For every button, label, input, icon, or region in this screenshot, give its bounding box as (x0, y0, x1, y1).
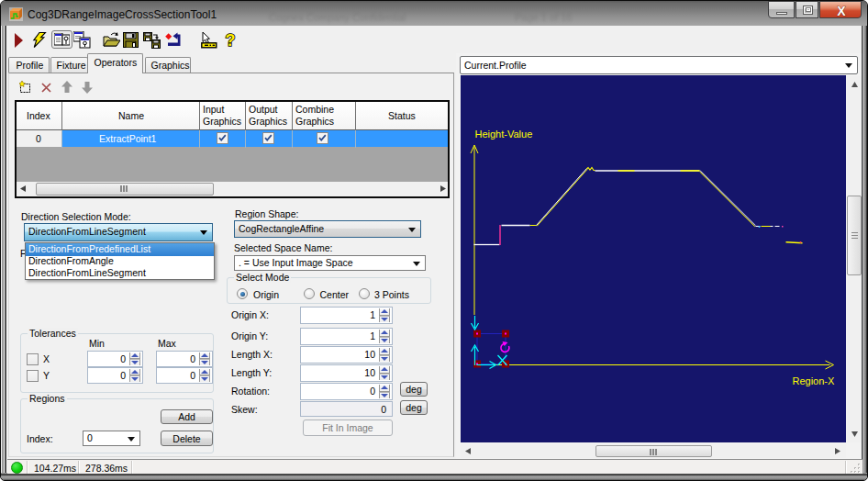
svg-text:Height-Value: Height-Value (474, 129, 532, 140)
svg-text:Region-X: Region-X (792, 375, 835, 386)
svg-text:?: ? (226, 31, 236, 49)
svg-text:X: X (837, 5, 846, 17)
